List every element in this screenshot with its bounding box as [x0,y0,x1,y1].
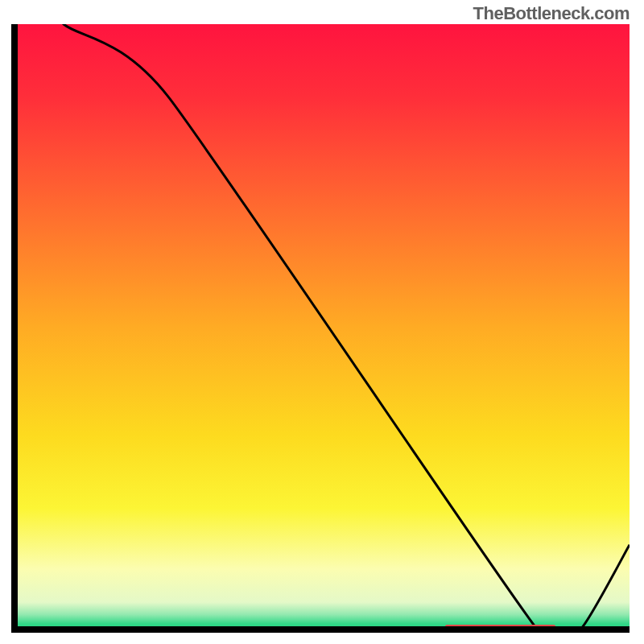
watermark-text: TheBottleneck.com [473,3,630,24]
plot-background [14,24,630,630]
bottleneck-chart [11,24,633,636]
